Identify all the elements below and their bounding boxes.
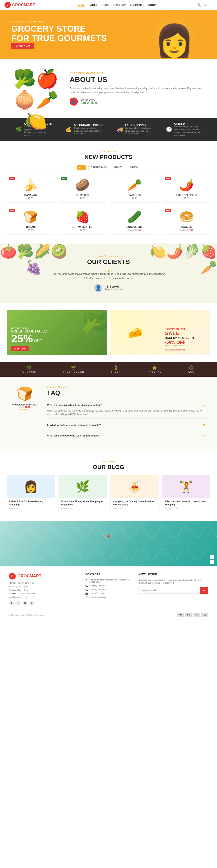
promo-pct: 25% — [11, 333, 33, 344]
hero-content: Welcome to Our Online Store GROCERY STOR… — [0, 13, 118, 56]
product-emoji-0: 🍌 — [9, 178, 52, 192]
partner-eco: ♻️ Eco — [188, 365, 195, 373]
header-icons: 🔍 🛒 ☰ — [197, 3, 213, 7]
footer-contacts-title: CONTACTS — [85, 573, 132, 576]
phone2-icon: 📞 — [85, 588, 88, 591]
product-potatoes: NEW 🥔 POTATOES $1.50 — [59, 175, 106, 203]
promo-off: OFF — [34, 339, 42, 343]
nav-elements[interactable]: ELEMENTS — [130, 4, 144, 6]
newsletter-form: ➤ — [138, 587, 208, 594]
blog-post-date-3: August 9, 2017 — [165, 507, 208, 509]
product-price-3: $2.50 — [165, 197, 208, 200]
faq-product-image: 🍞 — [11, 386, 38, 402]
social-twitter[interactable]: t — [16, 601, 21, 606]
map-zoom-out[interactable]: − — [210, 560, 214, 564]
hero-title: GROCERY STORE FOR TRUE GOURMETS — [11, 24, 107, 43]
partner-organic: 🌿 Organic — [23, 365, 36, 373]
promo-veggie-label: Best of the Day — [11, 327, 102, 329]
dot-2[interactable] — [108, 270, 109, 272]
product-badge-4: NEW — [9, 209, 15, 212]
faq-item-0: What do I receive when I purchase a temp… — [47, 401, 206, 419]
copyright-text: © 2018 Grocmart. All Rights Reserved. — [9, 614, 44, 616]
social-facebook[interactable]: f — [9, 601, 14, 606]
about-cta-label: OUR MILKING — [81, 99, 98, 101]
map-section: 📍 + − — [0, 521, 217, 566]
product-filters: ALL GREENGRASS FRUITS BREAD — [7, 165, 210, 170]
faq-product-name: WHOLE GRAIN BREAD — [11, 403, 38, 406]
newsletter-input[interactable] — [138, 587, 200, 594]
product-name-5: STRAWBERRIES — [61, 225, 104, 228]
faq-question-0[interactable]: What do I receive when I purchase a temp… — [47, 401, 206, 409]
nav-blog[interactable]: BLOG — [102, 4, 109, 6]
feature-open: 🕐 OPEN 24/7 Unlike other grocery shops, … — [166, 122, 201, 136]
nav-home[interactable]: HOME — [77, 3, 85, 6]
blog-img-2: 🍝 — [111, 475, 158, 498]
faq-label: Common Questions — [47, 386, 206, 389]
footer-logo-text: GROCMART — [18, 574, 42, 579]
social-linkedin[interactable]: in — [29, 601, 34, 606]
blog-grid: 👩 8 Useful Tips for Smart Grocery Shoppi… — [7, 475, 210, 512]
promo-dairy-content: DAIRY PRODUCTS SALE BAKERY & DESSERTS -5… — [160, 323, 201, 355]
about-author-name: Carl Williams — [81, 101, 98, 105]
testimonial-author: 👤 Bill Wexler Regular Customer — [52, 284, 165, 292]
faq-stars: ★★★★☆ — [11, 408, 38, 411]
blog-post-1: 🌿 How to Save Money When Shopping for Ve… — [58, 475, 107, 512]
faq-question-2[interactable]: What am I allowed to do with the templat… — [47, 432, 206, 440]
footer-bottom: © 2018 Grocmart. All Rights Reserved. VI… — [9, 610, 208, 617]
product-cucumbers: 🥒 CUCUMBERS $3.00 $2.00 — [111, 207, 158, 235]
product-emoji-5: 🍓 — [61, 210, 104, 224]
open-icon: 🕐 — [166, 126, 172, 132]
about-author-info: OUR MILKING Carl Williams — [81, 99, 98, 105]
map-marker: 📍 — [105, 534, 112, 541]
product-emoji-6: 🥒 — [113, 210, 156, 224]
footer-hours-sun: Sunday: 10am - 7pm — [9, 589, 79, 591]
dot-1[interactable] — [105, 270, 106, 272]
faq-product: 🍞 WHOLE GRAIN BREAD $5.90 $3.90 ★★★★☆ — [11, 386, 38, 411]
blog-body-0: 8 Useful Tips for Smart Grocery Shopping… — [7, 498, 55, 512]
payment-logos: VISA MC PP AE — [177, 613, 208, 617]
filter-greengrass[interactable]: GREENGRASS — [88, 165, 109, 170]
testimonials-content: Latest Testimonials OUR CLIENTS I got my… — [52, 255, 165, 292]
map-zoom-in[interactable]: + — [210, 555, 214, 559]
logo-text: GROCMART — [12, 3, 35, 7]
blog-label: Latest News — [7, 460, 210, 463]
dot-3[interactable] — [111, 270, 113, 272]
product-emoji-4: 🍞 — [9, 210, 52, 224]
promo-dairy-disc: -50% OFF — [165, 340, 196, 345]
product-price-4: $3.00 — [9, 229, 52, 231]
cart-icon[interactable]: 🛒 — [204, 3, 207, 7]
payment-pp: PP — [193, 613, 200, 617]
newsletter-submit[interactable]: ➤ — [200, 587, 208, 594]
newsletter-text: Subscribe to our newsletter to receive e… — [138, 579, 208, 585]
promo-veggie-content: Best of the Day FRESH VEGETABLES 25% OFF… — [7, 323, 107, 355]
faq-question-1[interactable]: In what formats are your templates avail… — [47, 421, 206, 429]
filter-all[interactable]: ALL — [77, 165, 86, 170]
promo-dairy-label: DAIRY PRODUCTS — [165, 328, 196, 331]
feature-shipping-info: FAST SHIPPING Our most effective worldwi… — [125, 124, 152, 135]
promo-dairy-cta[interactable]: ANY 4 ASSORTMENT — [165, 348, 196, 350]
promo-veggie-cta[interactable]: SHOP NOW — [11, 346, 29, 351]
logo[interactable]: G GROCMART — [4, 2, 35, 8]
footer-email: info@grocmart.com — [9, 596, 79, 598]
footer-social: f t g+ in — [9, 601, 79, 606]
blog-post-title-1: How to Save Money When Shopping for Vege… — [61, 500, 104, 506]
blog-body-3: 8 Reasons to Choose Gro-mart for Your Sh… — [162, 498, 210, 512]
promo-veggie-card: 🥦 Best of the Day FRESH VEGETABLES 25% O… — [7, 310, 107, 355]
testimonials-label: Latest Testimonials — [52, 255, 165, 257]
hero-cta-button[interactable]: SHOP NOW — [11, 43, 34, 49]
filter-fruits[interactable]: FRUITS — [112, 165, 125, 170]
nav-shop[interactable]: SHOP — [148, 4, 156, 6]
filter-bread[interactable]: BREAD — [128, 165, 140, 170]
blog-title: OUR BLOG — [7, 464, 210, 471]
social-gplus[interactable]: g+ — [23, 601, 27, 606]
menu-icon[interactable]: ☰ — [210, 3, 213, 7]
feature-prices-title: AFFORDABLE PRICES — [74, 124, 103, 127]
product-emoji-7: 🥯 — [165, 210, 208, 224]
nav-pages[interactable]: PAGES — [89, 4, 98, 6]
search-icon[interactable]: 🔍 — [197, 3, 201, 7]
about-title: ABOUT US — [70, 75, 206, 84]
partners-bar: 🌿 Organic 🌱 Fresh Vegan 🍃 Fresh ⭐ Natura… — [0, 362, 217, 377]
about-text: Grocmart is a family-owned grocery store… — [70, 87, 206, 94]
feature-prices-info: AFFORDABLE PRICES Thanks to our affordab… — [74, 124, 103, 135]
nav-gallery[interactable]: GALLERY — [113, 4, 126, 6]
